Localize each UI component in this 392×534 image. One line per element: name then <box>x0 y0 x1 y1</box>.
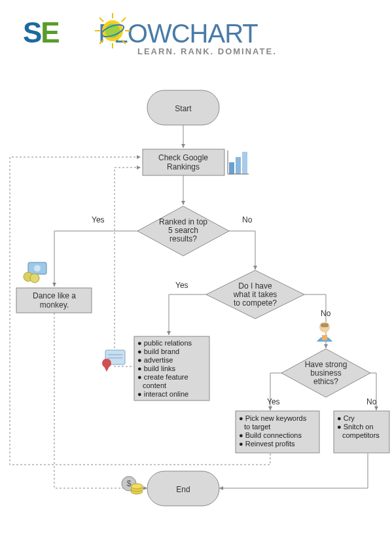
certificate-icon <box>102 350 125 372</box>
lbl-no-1: No <box>242 215 253 224</box>
svg-point-47 <box>131 484 143 489</box>
svg-point-35 <box>30 274 39 283</box>
svg-text:● create feature: ● create feature <box>137 373 188 381</box>
money-icon <box>24 262 46 283</box>
start-label: Start <box>175 104 192 113</box>
ethics-l2: business <box>310 368 341 378</box>
ranked-l2: 5 search <box>168 226 198 235</box>
svg-text:$: $ <box>127 479 132 488</box>
svg-text:● Cry: ● Cry <box>337 414 355 422</box>
lbl-yes-1: Yes <box>92 215 105 224</box>
lbl-no-2: No <box>321 309 331 318</box>
compete-l1: Do I have <box>238 281 272 291</box>
svg-text:competitors: competitors <box>342 431 380 439</box>
svg-rect-42 <box>322 335 327 340</box>
svg-text:to target: to target <box>244 423 270 431</box>
svg-rect-29 <box>242 152 247 174</box>
check-l2: Rankings <box>167 162 200 171</box>
check-l1: Check Google <box>158 153 208 162</box>
compete-l3: to compete? <box>234 298 277 308</box>
svg-text:● Snitch on: ● Snitch on <box>337 423 374 431</box>
ranked-l1: Ranked in top <box>159 217 207 226</box>
person-icon <box>317 322 332 342</box>
ethics-l3: ethics? <box>313 377 338 386</box>
coins-icon: $ <box>122 476 143 494</box>
svg-text:● advertise: ● advertise <box>137 356 173 364</box>
svg-text:● interact online: ● interact online <box>137 390 188 398</box>
svg-text:content: content <box>143 382 166 389</box>
compete-l2: what it takes <box>233 290 277 299</box>
svg-text:● public relations: ● public relations <box>137 339 192 347</box>
svg-point-33 <box>34 265 41 272</box>
svg-rect-28 <box>236 157 241 174</box>
svg-text:● Build connections: ● Build connections <box>239 431 302 439</box>
lbl-yes-3: Yes <box>267 397 280 406</box>
chart-icon <box>228 151 249 174</box>
svg-rect-41 <box>321 323 329 327</box>
svg-point-39 <box>102 359 111 368</box>
end-label: End <box>176 485 190 494</box>
lbl-no-3: No <box>366 397 377 406</box>
ranked-l3: results? <box>169 234 197 243</box>
ethics-l1: Have strong <box>305 360 347 369</box>
svg-text:● Pick new keywords: ● Pick new keywords <box>239 414 307 422</box>
dance-l2: monkey. <box>40 300 69 310</box>
lbl-yes-2: Yes <box>175 281 188 290</box>
svg-rect-27 <box>229 162 234 174</box>
svg-text:● Reinvest profits: ● Reinvest profits <box>239 440 295 448</box>
svg-text:● build links: ● build links <box>137 365 176 372</box>
svg-text:● build brand: ● build brand <box>137 347 179 355</box>
dance-l1: Dance like a <box>33 291 76 300</box>
